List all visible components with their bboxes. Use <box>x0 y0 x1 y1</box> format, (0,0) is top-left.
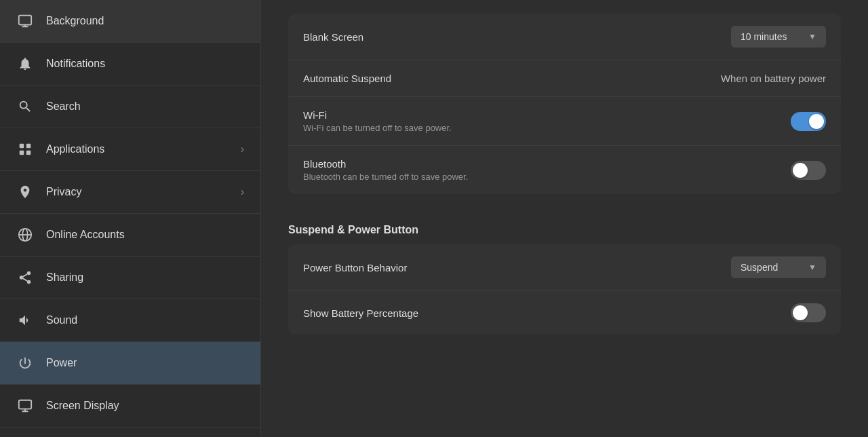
power-button-behavior-label: Power Button Behavior <box>303 262 407 273</box>
bluetooth-toggle-knob <box>793 163 808 178</box>
sidebar-item-power-label: Power <box>46 357 244 369</box>
notifications-icon <box>16 55 34 73</box>
svg-rect-1 <box>20 144 24 148</box>
background-icon <box>16 12 34 30</box>
show-battery-percentage-toggle[interactable] <box>791 303 826 322</box>
sidebar-item-background-label: Background <box>46 15 244 27</box>
sidebar-item-sound-label: Sound <box>46 314 244 326</box>
sidebar-item-sharing[interactable]: Sharing <box>0 256 260 299</box>
applications-icon <box>16 140 34 158</box>
sidebar-item-sharing-label: Sharing <box>46 271 244 284</box>
sidebar-item-privacy[interactable]: Privacy › <box>0 171 260 214</box>
suspend-power-section: Power Button Behavior Suspend ▼ Show Bat… <box>288 244 841 335</box>
bluetooth-sublabel: Bluetooth can be turned off to save powe… <box>303 172 468 182</box>
show-battery-percentage-left: Show Battery Percentage <box>303 307 418 319</box>
privacy-icon <box>16 183 34 201</box>
automatic-suspend-label: Automatic Suspend <box>303 73 391 84</box>
sidebar-item-background[interactable]: Background <box>0 0 260 43</box>
power-saving-section: Blank Screen 10 minutes ▼ Automatic Susp… <box>288 14 841 194</box>
power-button-behavior-left: Power Button Behavior <box>303 262 407 273</box>
screen-display-icon <box>16 397 34 415</box>
wifi-sublabel: Wi-Fi can be turned off to save power. <box>303 123 452 133</box>
sidebar-item-search-label: Search <box>46 100 244 113</box>
sidebar-item-power[interactable]: Power <box>0 342 260 385</box>
sharing-icon <box>16 269 34 286</box>
sidebar-item-screen-display-label: Screen Display <box>46 400 244 412</box>
automatic-suspend-left: Automatic Suspend <box>303 73 391 84</box>
sidebar-item-search[interactable]: Search <box>0 86 260 128</box>
sidebar-item-screen-display[interactable]: Screen Display <box>0 385 260 428</box>
wifi-right <box>791 112 826 131</box>
sidebar-item-applications-label: Applications <box>46 143 229 155</box>
power-button-chevron-icon: ▼ <box>808 263 816 272</box>
suspend-power-header: Suspend & Power Button <box>288 210 841 244</box>
applications-arrow-icon: › <box>241 143 244 155</box>
show-battery-percentage-right <box>791 303 826 322</box>
svg-point-10 <box>27 280 31 284</box>
svg-point-8 <box>27 271 31 276</box>
blank-screen-row: Blank Screen 10 minutes ▼ <box>288 14 841 60</box>
power-button-behavior-right: Suspend ▼ <box>731 256 826 278</box>
svg-line-11 <box>23 278 27 281</box>
wifi-label: Wi-Fi <box>303 109 452 121</box>
power-button-behavior-value: Suspend <box>741 262 778 273</box>
bluetooth-right <box>791 161 826 180</box>
blank-screen-label: Blank Screen <box>303 31 363 43</box>
sidebar-item-sound[interactable]: Sound <box>0 299 260 342</box>
svg-line-12 <box>23 274 27 277</box>
power-button-behavior-dropdown[interactable]: Suspend ▼ <box>731 256 826 278</box>
sidebar-item-notifications[interactable]: Notifications <box>0 43 260 86</box>
power-button-behavior-row: Power Button Behavior Suspend ▼ <box>288 244 841 291</box>
wifi-left: Wi-Fi Wi-Fi can be turned off to save po… <box>303 109 452 133</box>
wifi-row: Wi-Fi Wi-Fi can be turned off to save po… <box>288 97 841 146</box>
sidebar-item-notifications-label: Notifications <box>46 58 244 70</box>
main-content: Blank Screen 10 minutes ▼ Automatic Susp… <box>261 0 868 437</box>
svg-rect-4 <box>26 151 31 155</box>
blank-screen-chevron-icon: ▼ <box>808 32 816 41</box>
show-battery-percentage-label: Show Battery Percentage <box>303 307 418 319</box>
blank-screen-left: Blank Screen <box>303 31 363 43</box>
sidebar: Background Notifications Search Applicat… <box>0 0 261 437</box>
blank-screen-right: 10 minutes ▼ <box>731 26 826 48</box>
bluetooth-row: Bluetooth Bluetooth can be turned off to… <box>288 146 841 194</box>
show-battery-percentage-row: Show Battery Percentage <box>288 291 841 335</box>
power-icon <box>16 354 34 372</box>
show-battery-percentage-toggle-knob <box>793 305 808 320</box>
wifi-toggle-knob <box>809 114 824 129</box>
sidebar-item-privacy-label: Privacy <box>46 186 229 198</box>
bluetooth-left: Bluetooth Bluetooth can be turned off to… <box>303 158 468 182</box>
sound-icon <box>16 311 34 329</box>
svg-rect-0 <box>19 16 31 25</box>
bluetooth-label: Bluetooth <box>303 158 468 170</box>
automatic-suspend-value: When on battery power <box>721 73 826 84</box>
privacy-arrow-icon: › <box>241 186 244 198</box>
search-icon <box>16 98 34 115</box>
blank-screen-dropdown[interactable]: 10 minutes ▼ <box>731 26 826 48</box>
automatic-suspend-row: Automatic Suspend When on battery power <box>288 60 841 97</box>
svg-rect-3 <box>20 151 24 155</box>
online-accounts-icon <box>16 226 34 244</box>
svg-rect-13 <box>19 400 31 409</box>
blank-screen-value: 10 minutes <box>741 31 787 42</box>
sidebar-item-online-accounts-label: Online Accounts <box>46 229 244 241</box>
automatic-suspend-right: When on battery power <box>721 73 826 84</box>
sidebar-item-applications[interactable]: Applications › <box>0 128 260 171</box>
wifi-toggle[interactable] <box>791 112 826 131</box>
svg-rect-2 <box>26 144 31 148</box>
sidebar-item-online-accounts[interactable]: Online Accounts <box>0 214 260 256</box>
svg-point-9 <box>20 276 24 280</box>
bluetooth-toggle[interactable] <box>791 161 826 180</box>
